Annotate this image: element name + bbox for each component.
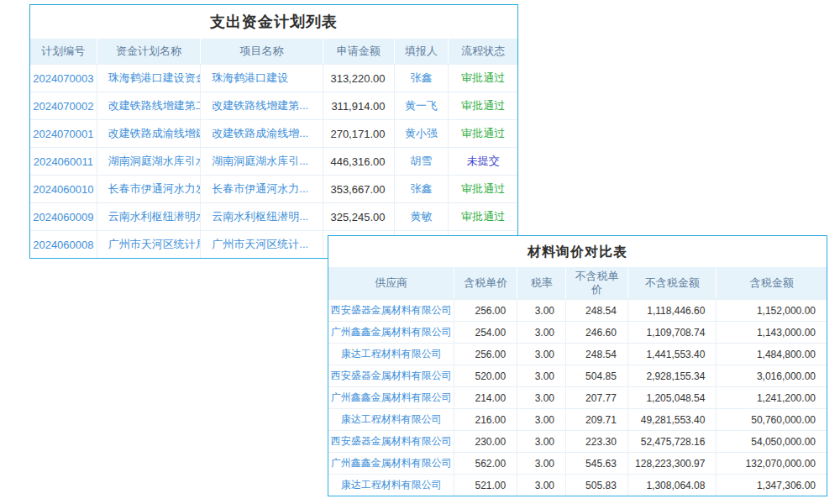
request-amount: 446,316.00: [323, 148, 394, 175]
expenditure-plan-table: 支出资金计划列表 计划编号 资金计划名称 项目名称 申请金额 填报人 流程状态 …: [29, 4, 518, 259]
supplier-name-link[interactable]: 广州鑫鑫金属材料有限公司: [328, 322, 454, 343]
taxed-amount: 1,143,000.00: [716, 322, 827, 343]
supplier-name-link[interactable]: 西安盛器金属材料有限公司: [328, 300, 454, 321]
workflow-status: 审批通过: [448, 65, 517, 92]
material-inquiry-table-title: 材料询价对比表: [328, 236, 827, 267]
table-row: 广州鑫鑫金属材料有限公司254.003.00246.601,109,708.74…: [328, 321, 827, 343]
fund-plan-name-link[interactable]: 云南水利枢纽潜明水...: [97, 203, 201, 230]
request-amount: 313,220.00: [323, 65, 394, 92]
fund-plan-name-link[interactable]: 珠海鹤港口建设资金...: [97, 65, 201, 92]
plan-id-link[interactable]: 2024060009: [30, 203, 97, 230]
supplier-name-link[interactable]: 广州鑫鑫金属材料有限公司: [328, 387, 454, 408]
untaxed-amount: 1,109,708.74: [627, 322, 717, 343]
plan-id-link[interactable]: 2024060010: [30, 176, 97, 202]
request-amount: 353,667.00: [323, 176, 394, 202]
table-row: 2024060011湖南洞庭湖水库引水...湖南洞庭湖水库引...446,316…: [30, 147, 517, 175]
project-name-link[interactable]: 云南水利枢纽潜明...: [200, 203, 322, 230]
tax-rate: 3.00: [517, 409, 565, 430]
untaxed-amount: 52,475,728.16: [627, 431, 717, 452]
table-row: 康达工程材料有限公司256.003.00248.541,441,553.401,…: [328, 343, 827, 365]
supplier-name-link[interactable]: 西安盛器金属材料有限公司: [328, 365, 454, 386]
plan-id-link[interactable]: 2024070002: [30, 92, 97, 119]
reporter-name-link[interactable]: 黄一飞: [394, 92, 449, 119]
column-header-amount: 申请金额: [323, 39, 394, 64]
taxed-unit-price: 520.00: [454, 365, 517, 386]
workflow-status: 未提交: [448, 148, 517, 175]
workflow-status: 审批通过: [448, 203, 517, 230]
taxed-amount: 54,050,000.00: [716, 431, 827, 452]
supplier-name-link[interactable]: 西安盛器金属材料有限公司: [328, 431, 454, 452]
untaxed-unit-price: 248.54: [565, 300, 627, 321]
request-amount: 325,245.00: [323, 203, 394, 230]
taxed-amount: 1,152,000.00: [716, 300, 827, 321]
table-row: 2024070003珠海鹤港口建设资金...珠海鹤港口建设313,220.00张…: [30, 64, 517, 92]
column-header-untaxed-unit-price: 不含税单价: [565, 267, 627, 299]
plan-id-link[interactable]: 2024060011: [30, 148, 97, 175]
tax-rate: 3.00: [517, 344, 565, 365]
column-header-fund-plan: 资金计划名称: [97, 39, 201, 64]
project-name-link[interactable]: 广州市天河区统计...: [200, 231, 322, 258]
supplier-name-link[interactable]: 康达工程材料有限公司: [328, 409, 454, 430]
fund-plan-name-link[interactable]: 湖南洞庭湖水库引水...: [97, 148, 201, 175]
taxed-unit-price: 256.00: [454, 344, 517, 365]
taxed-amount: 50,760,000.00: [716, 409, 827, 430]
untaxed-unit-price: 207.77: [565, 387, 627, 408]
untaxed-amount: 1,441,553.40: [627, 344, 717, 365]
project-name-link[interactable]: 珠海鹤港口建设: [200, 65, 322, 92]
column-header-status: 流程状态: [448, 39, 517, 64]
untaxed-amount: 128,223,300.97: [627, 453, 717, 474]
taxed-amount: 132,070,000.00: [716, 453, 827, 474]
tax-rate: 3.00: [517, 453, 565, 474]
untaxed-amount: 1,308,064.08: [627, 475, 717, 496]
fund-plan-name-link[interactable]: 长春市伊通河水力发...: [97, 176, 201, 202]
material-inquiry-table: 材料询价对比表 供应商 含税单价 税率 不含税单价 不含税金额 含税金额 西安盛…: [328, 235, 827, 496]
tax-rate: 3.00: [517, 387, 565, 408]
supplier-name-link[interactable]: 康达工程材料有限公司: [328, 344, 454, 365]
table-row: 康达工程材料有限公司216.003.00209.7149,281,553.405…: [328, 408, 827, 430]
taxed-unit-price: 254.00: [454, 322, 517, 343]
taxed-unit-price: 214.00: [454, 387, 517, 408]
plan-id-link[interactable]: 2024060008: [30, 231, 97, 258]
project-name-link[interactable]: 长春市伊通河水力...: [200, 176, 322, 202]
table-row: 2024060010长春市伊通河水力发...长春市伊通河水力...353,667…: [30, 175, 517, 202]
plan-id-link[interactable]: 2024070001: [30, 120, 97, 147]
fund-plan-name-link[interactable]: 广州市天河区统计局...: [97, 231, 201, 258]
untaxed-unit-price: 223.30: [565, 431, 627, 452]
table-row: 西安盛器金属材料有限公司230.003.00223.3052,475,728.1…: [328, 430, 827, 452]
material-inquiry-table-body: 西安盛器金属材料有限公司256.003.00248.541,118,446.60…: [328, 299, 827, 496]
tax-rate: 3.00: [517, 431, 565, 452]
plan-id-link[interactable]: 2024070003: [30, 65, 97, 92]
fund-plan-name-link[interactable]: 改建铁路成渝线增建...: [97, 120, 201, 147]
table-row: 西安盛器金属材料有限公司520.003.00504.852,928,155.34…: [328, 365, 827, 386]
column-header-untaxed-amount: 不含税金额: [627, 267, 717, 299]
table-row: 广州鑫鑫金属材料有限公司214.003.00207.771,205,048.54…: [328, 386, 827, 408]
taxed-amount: 1,347,306.00: [716, 475, 827, 496]
project-name-link[interactable]: 改建铁路线增建第...: [200, 92, 322, 119]
supplier-name-link[interactable]: 广州鑫鑫金属材料有限公司: [328, 453, 454, 474]
taxed-unit-price: 216.00: [454, 409, 517, 430]
table-row: 2024060009云南水利枢纽潜明水...云南水利枢纽潜明...325,245…: [30, 202, 517, 230]
reporter-name-link[interactable]: 胡雪: [394, 148, 449, 175]
request-amount: 311,914.00: [323, 92, 394, 119]
project-name-link[interactable]: 湖南洞庭湖水库引...: [200, 148, 322, 175]
workflow-status: 审批通过: [448, 92, 517, 119]
taxed-unit-price: 256.00: [454, 300, 517, 321]
tax-rate: 3.00: [517, 365, 565, 386]
column-header-taxed-unit-price: 含税单价: [454, 267, 517, 299]
table-row: 2024070002改建铁路线增建第二...改建铁路线增建第...311,914…: [30, 92, 517, 119]
reporter-name-link[interactable]: 张鑫: [394, 176, 449, 202]
taxed-unit-price: 521.00: [454, 475, 517, 496]
project-name-link[interactable]: 改建铁路成渝线增...: [200, 120, 322, 147]
table-row: 西安盛器金属材料有限公司256.003.00248.541,118,446.60…: [328, 299, 827, 321]
fund-plan-name-link[interactable]: 改建铁路线增建第二...: [97, 92, 201, 119]
untaxed-amount: 1,205,048.54: [627, 387, 717, 408]
reporter-name-link[interactable]: 黄敏: [394, 203, 449, 230]
taxed-amount: 1,241,200.00: [716, 387, 827, 408]
reporter-name-link[interactable]: 黄小强: [394, 120, 449, 147]
expenditure-plan-table-body: 2024070003珠海鹤港口建设资金...珠海鹤港口建设313,220.00张…: [30, 64, 517, 258]
request-amount: 270,171.00: [323, 120, 394, 147]
supplier-name-link[interactable]: 康达工程材料有限公司: [328, 475, 454, 496]
material-inquiry-table-header: 供应商 含税单价 税率 不含税单价 不含税金额 含税金额: [328, 267, 827, 299]
column-header-supplier: 供应商: [328, 267, 454, 299]
reporter-name-link[interactable]: 张鑫: [394, 65, 449, 92]
